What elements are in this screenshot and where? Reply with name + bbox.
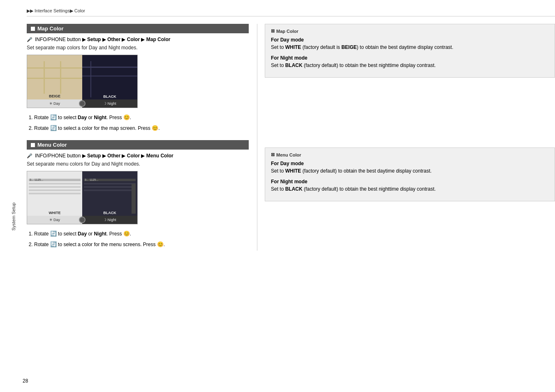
page-number: 28 [23, 378, 28, 384]
menu-color-steps: Rotate 🔄 to select Day or Night. Press 😊… [27, 229, 249, 249]
map-color-path-text: INFO/PHONE button ▶ Setup ▶ Other ▶ Colo… [35, 37, 170, 42]
menu-color-knob [79, 217, 86, 223]
menu-color-white-label: WHITE [27, 211, 82, 215]
menu-color-step2: Rotate 🔄 to select a color for the menu … [34, 240, 249, 249]
menu-color-section-heading: Menu Color [27, 140, 249, 150]
map-color-knob [79, 100, 86, 107]
sidebar-label: System Setup [7, 74, 20, 359]
map-color-path: 🎤 INFO/PHONE button ▶ Setup ▶ Other ▶ Co… [27, 37, 249, 42]
map-color-day-subtitle: For Day mode [271, 37, 549, 43]
map-color-night-subtitle: For Night mode [271, 55, 549, 61]
menu-color-day-subtitle: For Day mode [271, 161, 549, 166]
menu-color-day-half: ✳ Day [27, 216, 82, 224]
menu-color-step1: Rotate 🔄 to select Day or Night. Press 😊… [34, 229, 249, 238]
right-col-spacer [265, 86, 555, 148]
menu-color-desc: Set separate menu colors for Day and Nig… [27, 161, 249, 167]
map-color-black-label: BLACK [82, 95, 137, 99]
phone-icon: 🎤 [27, 37, 32, 42]
menu-color-image: for Map ◀ for Menu 3... 1125... [27, 171, 138, 224]
map-color-image: for Map ▶ ▶ for Menu BEIGE [27, 55, 138, 108]
section-square-icon [31, 27, 35, 31]
map-color-step1: Rotate 🔄 to select Day or Night. Press 😊… [34, 113, 249, 122]
map-color-day-text: Set to WHITE (factory default is BEIGE) … [271, 44, 549, 51]
menu-color-path: 🎤 INFO/PHONE button ▶ Setup ▶ Other ▶ Co… [27, 153, 249, 159]
map-color-day-night-bar: ✳ Day ☽ Night [27, 99, 137, 108]
menu-color-day-text: Set to WHITE (factory default) to obtain… [271, 167, 549, 175]
ref-icon-menu: ⊠ [271, 152, 275, 157]
menu-color-night-subtitle: For Night mode [271, 179, 549, 184]
ref-icon-map: ⊠ [271, 28, 275, 34]
map-color-info-box: ⊠ Map Color For Day mode Set to WHITE (f… [265, 24, 555, 78]
map-color-step2: Rotate 🔄 to select a color for the map s… [34, 124, 249, 133]
map-color-section-heading: Map Color [27, 24, 249, 33]
section-square-icon-2 [31, 143, 35, 147]
menu-color-black-label: BLACK [82, 211, 137, 215]
map-color-night-text: Set to BLACK (factory default) to obtain… [271, 62, 549, 69]
menu-color-info-title: ⊠ Menu Color [271, 152, 549, 157]
map-color-steps: Rotate 🔄 to select Day or Night. Press 😊… [27, 113, 249, 133]
map-color-info-title: ⊠ Map Color [271, 28, 549, 34]
map-color-desc: Set separate map colors for Day and Nigh… [27, 45, 249, 51]
breadcrumb: ▶▶ Interface Settings▶ Color [27, 8, 555, 16]
menu-color-info-box: ⊠ Menu Color For Day mode Set to WHITE (… [265, 148, 555, 201]
menu-color-night-half: ☽ Night [82, 216, 137, 224]
map-color-day-half: ✳ Day [27, 99, 82, 108]
map-color-beige-label: BEIGE [27, 94, 82, 99]
menu-color-day-night-bar: ✳ Day ☽ Night [27, 216, 137, 224]
menu-color-night-text: Set to BLACK (factory default) to obtain… [271, 185, 549, 193]
phone-icon-2: 🎤 [27, 153, 32, 159]
map-color-night-half: ☽ Night [82, 99, 137, 108]
menu-color-path-text: INFO/PHONE button ▶ Setup ▶ Other ▶ Colo… [35, 153, 173, 159]
